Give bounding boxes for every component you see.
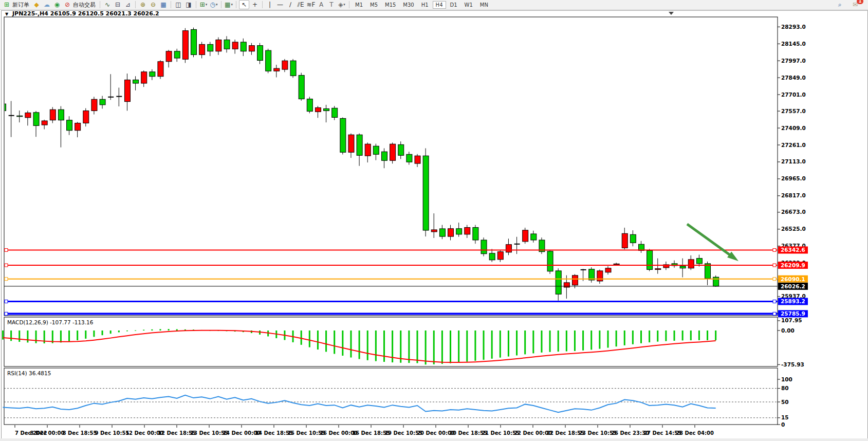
zoom-out-icon: ⊖ <box>151 1 156 9</box>
macd-bar <box>682 330 684 340</box>
cascade-windows-button[interactable]: ◨ <box>184 1 193 9</box>
macd-bar <box>35 330 37 343</box>
equidistant-channel-button[interactable]: ⫽E <box>296 1 305 9</box>
macd-bar <box>93 330 95 337</box>
community-button[interactable]: ☁ <box>42 1 51 9</box>
line-endpoint-marker <box>5 278 8 281</box>
bear-candle <box>33 113 39 126</box>
add-indicator-button[interactable]: ∿ <box>103 1 112 9</box>
search-button[interactable]: ⌕ <box>835 1 844 9</box>
zoom-out-button[interactable]: ⊖ <box>149 1 158 9</box>
timeframe-w1[interactable]: W1 <box>461 1 476 9</box>
indicator-windows-button[interactable]: ⊟ <box>113 1 122 9</box>
bull-candle <box>415 156 420 163</box>
macd-bar <box>417 330 418 363</box>
timeframe-m1[interactable]: M1 <box>352 1 366 9</box>
time-tick-label: 28 Dec 04:00 <box>676 430 714 436</box>
macd-bar <box>483 330 485 360</box>
price-tag-label: 26026.2 <box>781 283 805 289</box>
alerts-button[interactable]: ✉1 <box>851 1 860 9</box>
horizontal-line-button[interactable]: — <box>275 1 285 9</box>
line-endpoint-marker <box>5 312 8 315</box>
new-chart-button[interactable]: ⊞▾ <box>199 1 208 9</box>
timeframe-h1[interactable]: H1 <box>418 1 432 9</box>
rsi-tick-label: 15 <box>781 414 789 420</box>
timeframe-d1[interactable]: D1 <box>447 1 460 9</box>
bull-candle <box>42 121 47 125</box>
tile-windows-button[interactable]: ▦ <box>159 1 168 9</box>
vertical-line-button[interactable]: | <box>265 1 274 9</box>
macd-bar <box>640 330 642 343</box>
macd-bar <box>624 330 625 345</box>
bear-candle <box>705 264 711 279</box>
price-tick-label: 26525.0 <box>781 226 806 232</box>
macd-bar <box>607 330 608 347</box>
timeframe-m30[interactable]: M30 <box>400 1 417 9</box>
chevron-down-icon: ▾ <box>206 1 208 9</box>
arrange-windows-button[interactable]: ◫ <box>174 1 183 9</box>
new-order-button[interactable]: ⊞ <box>2 1 11 9</box>
time-tick-label: 9 Dec 10:55 <box>95 430 130 436</box>
macd-bar <box>574 330 576 351</box>
text-label-button[interactable]: T <box>327 1 336 9</box>
chart-type-button[interactable]: ▦▾ <box>224 1 233 9</box>
macd-tick-label: 107.95 <box>781 317 802 323</box>
macd-bar <box>500 330 501 358</box>
bull-candle <box>282 61 288 69</box>
timeframe-mn[interactable]: MN <box>477 1 491 9</box>
price-tick-label: 27261.0 <box>781 142 806 148</box>
bear-candle <box>191 29 196 54</box>
macd-bar <box>325 330 327 352</box>
bull-candle <box>614 264 619 265</box>
arrange-windows-icon: ◫ <box>175 1 181 9</box>
add-indicator-icon: ∿ <box>105 1 110 9</box>
bull-candle <box>523 230 528 242</box>
price-tick-label: 28293.0 <box>781 24 806 30</box>
period-clock-button[interactable]: ◷▾ <box>209 1 218 9</box>
fibonacci-button[interactable]: ≋F <box>306 1 316 9</box>
toolbar-separator <box>262 1 263 8</box>
price-tag-label: 26090.1 <box>781 276 805 282</box>
bull-candle <box>605 268 611 272</box>
price-tick-label: 26673.0 <box>781 209 806 215</box>
timeframe-m5[interactable]: M5 <box>367 1 381 9</box>
line-endpoint-marker <box>5 248 8 251</box>
bear-candle <box>208 44 213 51</box>
signals-button[interactable]: ◉ <box>52 1 62 9</box>
trendline-button[interactable]: ∕ <box>286 1 295 9</box>
text-button[interactable]: A <box>317 1 326 9</box>
main-pane <box>4 17 778 316</box>
macd-bar <box>466 330 468 362</box>
objects-list-button[interactable]: ⊿ <box>123 1 133 9</box>
macd-bar <box>657 330 658 342</box>
bear-candle <box>67 120 72 131</box>
macd-bar <box>425 330 427 364</box>
cursor-button[interactable]: ↖ <box>239 0 249 9</box>
macd-bar <box>665 330 667 341</box>
macd-bar <box>524 330 526 354</box>
auto-trading-button[interactable]: ⊘ <box>63 1 72 9</box>
bear-candle <box>423 156 429 230</box>
line-endpoint-marker <box>773 312 776 315</box>
shapes-button[interactable]: ◈▾ <box>337 1 346 9</box>
macd-bar <box>599 330 600 349</box>
macd-bar <box>27 330 28 342</box>
price-tick-label: 26965.0 <box>781 175 806 181</box>
metaeditor-button[interactable]: ◆ <box>32 1 41 9</box>
price-chart[interactable]: 28293.028145.027997.027849.027701.027557… <box>0 0 868 441</box>
bear-candle <box>407 154 412 162</box>
toolbar-separator <box>196 1 196 8</box>
timeframe-m15[interactable]: M15 <box>382 1 399 9</box>
new-chart-icon: ⊞ <box>200 1 205 9</box>
zoom-in-button[interactable]: ⊕ <box>138 1 147 9</box>
crosshair-button[interactable]: + <box>250 1 260 9</box>
timeframe-h4[interactable]: H4 <box>433 1 446 9</box>
bull-candle <box>564 283 569 287</box>
bear-candle <box>547 251 553 271</box>
bear-candle <box>556 271 561 294</box>
bear-candle <box>290 61 296 76</box>
bull-candle <box>597 271 603 281</box>
collapse-triangle-icon[interactable]: ▼ <box>5 12 9 16</box>
bull-candle <box>124 80 130 101</box>
mt4-terminal-window: ⊞新订单◆☁◉⊘自动交易∿⊟⊿⊕⊖▦◫◨⊞▾◷▾▦▾↖+|—∕⫽E≋FAT◈▾ … <box>0 0 868 441</box>
